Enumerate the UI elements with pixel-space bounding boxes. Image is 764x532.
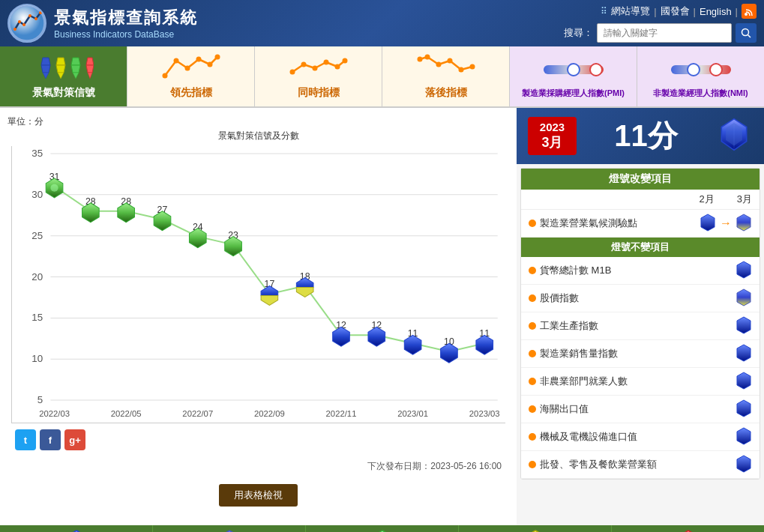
svg-point-38 <box>458 67 463 73</box>
tab-nmi[interactable]: 非製造業經理人指數(NMI) <box>637 46 764 106</box>
from-gem-icon <box>700 214 716 233</box>
gem-icon-4 <box>736 372 752 391</box>
svg-point-34 <box>417 57 422 62</box>
main-title: 景氣指標查詢系統 <box>54 7 198 29</box>
svg-marker-20 <box>86 65 94 73</box>
tab-pmi-label: 製造業採購經理人指數(PMI) <box>522 88 625 99</box>
unchanged-row-7: 批發、零售及餐飲業營業額 <box>521 451 760 479</box>
right-panel: 2023 3月 11分 燈號改變項目 <box>517 108 764 525</box>
english-link[interactable]: English <box>700 6 732 17</box>
svg-text:20: 20 <box>31 271 43 282</box>
svg-marker-15 <box>58 73 64 79</box>
unchanged-row-6: 機械及電機設備進口值 <box>521 423 760 451</box>
svg-point-31 <box>323 60 328 65</box>
svg-point-22 <box>162 73 167 79</box>
view-table-button[interactable]: 用表格檢視 <box>219 484 298 507</box>
search-button[interactable] <box>736 23 757 43</box>
score-gem-icon <box>715 118 753 155</box>
svg-marker-73 <box>82 203 100 223</box>
bullet-icon <box>529 350 536 357</box>
grid-icon: ⠿ <box>601 6 607 16</box>
site-title: 景氣指標查詢系統 Business Indicators DataBase <box>54 7 198 40</box>
google-button[interactable]: g+ <box>64 429 85 450</box>
header-nav: ⠿ 網站導覽 | 國發會 | English | 搜尋： <box>564 4 757 43</box>
legend-gem-turn-down <box>523 529 547 532</box>
svg-point-8 <box>742 29 749 36</box>
svg-text:35: 35 <box>31 148 43 159</box>
chart-container: 35 30 25 20 15 10 5 2022/03 2022/05 2022… <box>11 146 505 423</box>
twitter-button[interactable]: t <box>15 429 36 450</box>
bullet-icon <box>529 220 536 227</box>
svg-point-26 <box>207 62 212 67</box>
legend-item-low: 低迷 16-9分 <box>0 525 153 532</box>
rss-icon[interactable] <box>742 4 757 19</box>
changed-row-0: 製造業營業氣候測驗點 → <box>521 210 760 238</box>
tab-composite[interactable]: 景氣對策信號 <box>0 46 127 106</box>
tab-leading[interactable]: 領先指標 <box>127 46 255 106</box>
unchanged-row-2: 工業生產指數 <box>521 312 760 340</box>
gem-icon-1 <box>736 288 752 308</box>
unchanged-row-1: 股價指數 <box>521 285 760 312</box>
svg-marker-105 <box>737 317 751 333</box>
composite-icon <box>34 53 94 83</box>
svg-text:10: 10 <box>31 353 43 364</box>
item-name-1: 股價指數 <box>540 291 732 305</box>
svg-marker-16 <box>71 58 80 65</box>
tab-composite-label: 景氣對策信號 <box>32 86 95 100</box>
logo-area: 景氣指標查詢系統 Business Indicators DataBase <box>7 4 198 43</box>
bullet-icon <box>529 405 536 413</box>
gem-icon-5 <box>736 399 752 419</box>
bullet-icon <box>529 378 536 385</box>
svg-text:25: 25 <box>31 230 43 241</box>
next-publish-date: 下次發布日期：2023-05-26 16:00 <box>7 456 509 477</box>
unchanged-section-title: 燈號不變項目 <box>521 238 760 257</box>
svg-marker-17 <box>71 65 80 73</box>
gem-icon-6 <box>736 427 752 447</box>
sep2: | <box>694 6 696 17</box>
svg-point-46 <box>688 64 700 76</box>
current-month: 3月 <box>535 133 569 151</box>
bullet-icon <box>529 267 536 274</box>
svg-marker-14 <box>56 65 65 73</box>
svg-marker-11 <box>41 65 50 73</box>
search-input[interactable] <box>597 23 732 43</box>
col-header-2month: 2月 <box>700 193 715 206</box>
svg-point-43 <box>590 64 602 76</box>
gem-icon-7 <box>736 455 752 474</box>
gem-icon-0 <box>736 261 752 280</box>
tab-coincident[interactable]: 同時指標 <box>255 46 382 106</box>
sep3: | <box>736 6 738 17</box>
current-score: 11分 <box>588 115 704 157</box>
site-guide-link[interactable]: 網站導覽 <box>611 4 650 18</box>
bullet-icon <box>529 294 536 302</box>
svg-marker-110 <box>737 456 751 472</box>
svg-text:2022/07: 2022/07 <box>182 409 213 418</box>
svg-line-9 <box>748 35 751 38</box>
svg-marker-93 <box>404 335 421 354</box>
bullet-icon <box>529 322 536 330</box>
item-name-0: 貨幣總計數 M1B <box>540 264 732 277</box>
item-name-5: 海關出口值 <box>540 402 732 416</box>
svg-marker-104 <box>737 289 751 306</box>
nav-tabs: 景氣對策信號 領先指標 <box>0 46 764 108</box>
svg-text:5: 5 <box>37 394 43 405</box>
unchanged-row-0: 貨幣總計數 M1B <box>521 257 760 285</box>
leading-icon <box>161 53 221 83</box>
svg-text:2023/03: 2023/03 <box>469 409 500 418</box>
chart-title: 景氣對策信號及分數 <box>7 130 509 142</box>
svg-marker-106 <box>737 345 751 361</box>
svg-marker-18 <box>73 73 79 79</box>
svg-point-47 <box>710 64 722 76</box>
legend-gem-low <box>64 529 88 532</box>
item-name-4: 非農業部門就業人數 <box>540 375 732 388</box>
svg-marker-89 <box>333 327 350 346</box>
facebook-button[interactable]: f <box>40 429 61 450</box>
gem-icon-3 <box>736 344 752 363</box>
svg-marker-19 <box>86 58 94 65</box>
svg-point-23 <box>173 58 178 64</box>
tab-lagging[interactable]: 落後指標 <box>382 46 510 106</box>
changed-header: 2月 3月 <box>521 190 760 210</box>
tab-pmi[interactable]: 製造業採購經理人指數(PMI) <box>510 46 637 106</box>
ndc-link[interactable]: 國發會 <box>661 4 690 18</box>
svg-marker-95 <box>441 343 458 363</box>
